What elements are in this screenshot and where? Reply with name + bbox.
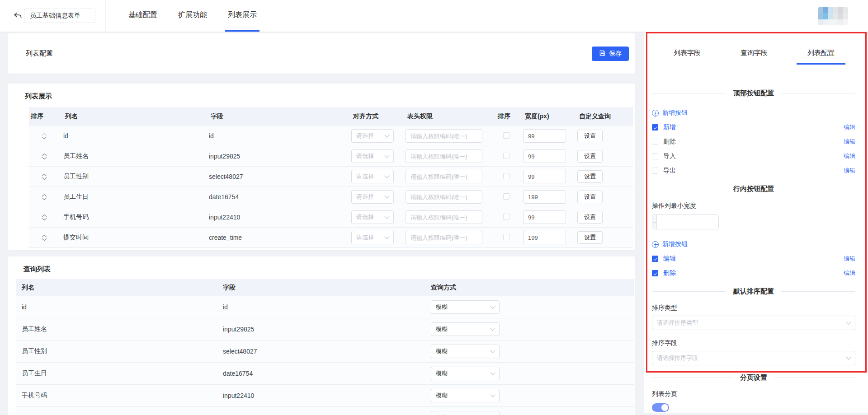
button-label: 删除 xyxy=(663,138,676,146)
move-down-icon[interactable] xyxy=(42,157,47,160)
width-input[interactable] xyxy=(523,149,566,163)
top-tab[interactable]: 列表展示 xyxy=(225,0,259,32)
config-panel-tab[interactable]: 查询字段 xyxy=(730,49,778,65)
table-row: 员工性别 select48027 请选择 设置 xyxy=(29,167,633,187)
stepper-minus-button[interactable]: − xyxy=(652,215,657,229)
sort-field-select[interactable]: 请选择排序字段 xyxy=(652,351,855,365)
button-checkbox[interactable] xyxy=(652,270,658,276)
edit-link[interactable]: 编辑 xyxy=(844,255,855,263)
drag-sort-handle[interactable] xyxy=(35,173,53,180)
permission-input[interactable] xyxy=(406,210,482,224)
top-tab[interactable]: 基础配置 xyxy=(126,0,160,32)
move-up-icon[interactable] xyxy=(42,153,47,156)
edit-link[interactable]: 编辑 xyxy=(844,138,855,146)
permission-input[interactable] xyxy=(406,190,482,204)
sortable-checkbox[interactable] xyxy=(503,153,509,159)
query-method-select[interactable]: 模糊 xyxy=(431,322,500,336)
sortable-checkbox[interactable] xyxy=(503,214,509,220)
back-button[interactable] xyxy=(12,11,23,22)
width-input[interactable] xyxy=(523,231,566,244)
width-input[interactable] xyxy=(523,170,566,183)
button-checkbox[interactable] xyxy=(652,124,658,131)
query-method-value: 模糊 xyxy=(436,303,448,311)
custom-query-setting-button[interactable]: 设置 xyxy=(577,130,603,142)
move-down-icon[interactable] xyxy=(42,197,47,201)
sortable-checkbox[interactable] xyxy=(503,173,509,179)
button-checkbox[interactable] xyxy=(652,256,658,262)
align-select[interactable]: 请选择 xyxy=(351,190,394,204)
circle-plus-icon xyxy=(652,110,659,117)
chevron-down-icon xyxy=(384,153,389,158)
chevron-down-icon xyxy=(490,303,495,308)
add-row-button-link[interactable]: 新增按钮 xyxy=(652,239,688,249)
move-down-icon[interactable] xyxy=(42,177,47,180)
edit-link[interactable]: 编辑 xyxy=(844,123,855,131)
drag-sort-handle[interactable] xyxy=(35,153,53,160)
min-width-input[interactable] xyxy=(657,215,719,229)
config-panel-tab[interactable]: 列表配置 xyxy=(797,49,845,65)
align-select[interactable]: 请选择 xyxy=(351,149,394,163)
edit-link[interactable]: 编辑 xyxy=(844,269,855,277)
query-method-select[interactable]: 模糊 xyxy=(431,367,500,380)
align-select[interactable]: 请选择 xyxy=(351,129,394,143)
permission-input[interactable] xyxy=(406,231,482,244)
query-method-select[interactable]: 模糊 xyxy=(431,389,500,402)
table-row: 员工性别 select48027 模糊 xyxy=(16,340,634,363)
sortable-checkbox[interactable] xyxy=(503,132,509,139)
align-select[interactable]: 请选择 xyxy=(351,210,394,224)
move-down-icon[interactable] xyxy=(42,238,47,241)
query-method-select[interactable]: 模糊 xyxy=(431,300,500,314)
move-up-icon[interactable] xyxy=(42,214,47,217)
config-panel-tab-label: 列表配置 xyxy=(807,49,835,56)
drag-sort-handle[interactable] xyxy=(35,234,53,241)
button-label: 导入 xyxy=(663,152,676,160)
button-checkbox[interactable] xyxy=(652,139,658,145)
sort-type-select[interactable]: 请选择排序类型 xyxy=(652,316,855,330)
move-up-icon[interactable] xyxy=(42,173,47,177)
query-method-select[interactable]: 模糊 xyxy=(431,345,500,358)
avatar[interactable] xyxy=(818,7,848,25)
align-select-placeholder: 请选择 xyxy=(356,193,374,201)
permission-input[interactable] xyxy=(406,129,482,143)
edit-link[interactable]: 编辑 xyxy=(844,167,855,175)
align-select[interactable]: 请选择 xyxy=(351,170,394,183)
move-up-icon[interactable] xyxy=(42,194,47,197)
config-panel-tab-label: 查询字段 xyxy=(741,49,768,56)
custom-query-setting-button[interactable]: 设置 xyxy=(577,211,603,224)
sortable-checkbox[interactable] xyxy=(503,193,509,200)
top-tab[interactable]: 扩展功能 xyxy=(175,0,210,32)
sortable-checkbox[interactable] xyxy=(503,234,509,240)
button-checkbox[interactable] xyxy=(652,168,658,174)
drag-sort-handle[interactable] xyxy=(35,133,53,140)
query-list-card: 查询列表 列名 字段 查询方式 id id 模糊 xyxy=(8,256,635,415)
custom-query-setting-button[interactable]: 设置 xyxy=(577,150,603,163)
config-panel-tab[interactable]: 列表字段 xyxy=(663,49,712,65)
permission-input[interactable] xyxy=(406,170,482,183)
form-title-input[interactable] xyxy=(24,9,95,23)
query-method-value: 模糊 xyxy=(436,325,448,333)
move-up-icon[interactable] xyxy=(42,234,47,238)
add-top-button-link[interactable]: 新增按钮 xyxy=(652,108,688,118)
width-input[interactable] xyxy=(523,190,566,204)
drag-sort-handle[interactable] xyxy=(35,214,53,221)
drag-sort-handle[interactable] xyxy=(35,194,53,201)
cell-field: select48027 xyxy=(217,348,425,355)
align-select[interactable]: 请选择 xyxy=(351,231,394,244)
col-header-sort: 排序 xyxy=(29,112,63,121)
button-checkbox[interactable] xyxy=(652,153,658,159)
custom-query-setting-button[interactable]: 设置 xyxy=(577,170,603,183)
width-input[interactable] xyxy=(523,210,566,224)
move-up-icon[interactable] xyxy=(42,133,47,136)
width-input[interactable] xyxy=(523,129,566,143)
save-button[interactable]: 保存 xyxy=(592,47,629,61)
list-pagination-toggle[interactable] xyxy=(652,403,669,412)
query-method-select[interactable]: 模糊 xyxy=(431,411,500,415)
query-list-table: 列名 字段 查询方式 id id 模糊 xyxy=(16,279,634,415)
move-down-icon[interactable] xyxy=(42,218,47,221)
move-down-icon[interactable] xyxy=(42,136,47,140)
permission-input[interactable] xyxy=(406,149,482,163)
custom-query-setting-button[interactable]: 设置 xyxy=(577,231,603,244)
align-select-placeholder: 请选择 xyxy=(356,233,374,242)
edit-link[interactable]: 编辑 xyxy=(844,152,855,160)
custom-query-setting-button[interactable]: 设置 xyxy=(577,191,603,203)
